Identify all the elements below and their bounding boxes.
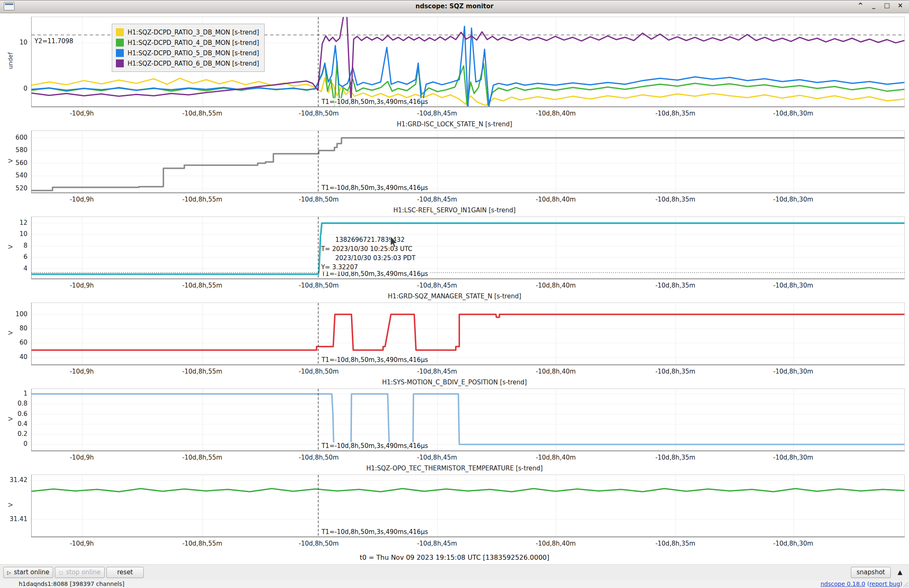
x-tick-label: -10d,8h,40m [523, 540, 589, 547]
legend-row: H1:SQZ-DCPD_RATIO_3_DB_MON [s-trend] [116, 27, 259, 37]
x-tick-label: -10d,8h,30m [760, 282, 826, 289]
x-tick-label: -10d,8h,45m [404, 282, 470, 289]
cursor-readout-line: T= 2023/10/30 10:25:03 UTC [321, 244, 414, 253]
plot-area[interactable]: T1=-10d,8h,50m,3s,490ms,416µsY2=11.7098H… [31, 17, 905, 107]
x-tick-label: -10d,8h,40m [523, 368, 589, 375]
x-tick-label: -10d,8h,35m [642, 196, 709, 203]
plot-canvas [32, 217, 904, 278]
x-tick-label: -10d,8h,35m [642, 368, 709, 375]
x-tick-label: -10d,8h,35m [642, 282, 709, 289]
start-online-label: start online [14, 567, 49, 578]
panel-bdiv-position: H1:SYS-MOTION_C_BDIV_E_POSITION [s-trend… [0, 378, 909, 464]
plot-canvas [32, 131, 904, 192]
y-tick-label: 100 [1, 310, 27, 318]
cursor-readout-annotation: 1382696721.7839432T= 2023/10/30 10:25:03… [321, 235, 417, 272]
x-tick-label: -10d,9h [49, 110, 115, 117]
stop-online-button[interactable]: ◻ stop online [55, 567, 105, 578]
y-tick-label: 6 [1, 253, 27, 261]
snapshot-label: snapshot [857, 567, 885, 578]
status-bar: h1daqnds1:8088 [398397 channels] ndscope… [0, 580, 909, 588]
mouse-pointer-icon [389, 236, 398, 248]
y-tick-label: 8 [1, 242, 27, 249]
y-tick-label: 600 [1, 134, 27, 141]
y-tick-label: 80 [1, 325, 27, 332]
window-title: ndscope: SQZ monitor [0, 2, 909, 10]
cursor-time-label: T1=-10d,8h,50m,3s,490ms,416µs [320, 356, 429, 364]
x-tick-label: -10d,8h,55m [169, 540, 236, 547]
legend-row: H1:SQZ-DCPD_RATIO_5_DB_MON [s-trend] [116, 48, 259, 58]
x-tick-label: -10d,8h,35m [642, 540, 709, 547]
x-tick-label: -10d,8h,50m [285, 454, 352, 461]
plot-title: H1:SQZ-OPO_TEC_THERMISTOR_TEMPERATURE [s… [0, 465, 909, 472]
x-tick-label: -10d,8h,40m [523, 454, 589, 461]
plot-area[interactable]: T1=-10d,8h,50m,3s,490ms,416µs [31, 389, 905, 451]
panel-opo-thermistor-temp: H1:SQZ-OPO_TEC_THERMISTOR_TEMPERATURE [s… [0, 464, 909, 550]
y-tick-label: 0 [1, 440, 27, 448]
x-tick-label: -10d,8h,50m [285, 196, 352, 203]
cursor-readout-line: Y= 3.32207 [321, 263, 360, 272]
y2-cursor-label: Y2=11.7098 [34, 37, 74, 45]
series-line-cyan [32, 223, 904, 274]
ndscope-window: { "window": { "title": "ndscope: SQZ mon… [0, 0, 909, 588]
legend-row: H1:SQZ-DCPD_RATIO_6_DB_MON [s-trend] [116, 58, 259, 69]
legend-row: H1:SQZ-DCPD_RATIO_4_DB_MON [s-trend] [116, 37, 259, 48]
x-tick-label: -10d,8h,55m [169, 196, 236, 203]
x-tick-label: -10d,8h,50m [285, 110, 352, 117]
start-online-button[interactable]: ▷ start online [3, 567, 53, 578]
panel-isc-lock-state: H1:GRD-ISC_LOCK_STATE_N [s-trend] V T1=-… [0, 120, 909, 206]
plot-title: H1:LSC-REFL_SERVO_IN1GAIN [s-trend] [0, 207, 909, 214]
plot-title: H1:SYS-MOTION_C_BDIV_E_POSITION [s-trend… [0, 379, 909, 386]
x-tick-label: -10d,8h,45m [404, 454, 470, 461]
y-tick-label: 520 [1, 185, 27, 192]
plot-area[interactable]: T1=-10d,8h,50m,3s,490ms,416µs [31, 303, 905, 365]
plot-area[interactable]: T1=-10d,8h,50m,3s,490ms,416µs [31, 475, 905, 537]
panel-sqz-manager-state: H1:GRD-SQZ_MANAGER_STATE_N [s-trend] V T… [0, 292, 909, 378]
collapse-toolbar-icon[interactable]: ▲ [897, 568, 902, 576]
plot-area[interactable]: T1=-10d,8h,50m,3s,490ms,416µs [31, 130, 905, 193]
y-tick-label: 0 [1, 85, 27, 92]
y-tick-label: 540 [1, 172, 27, 179]
reset-button[interactable]: reset [106, 567, 144, 578]
y-tick-label: 0.2 [1, 430, 27, 438]
cursor-time-label: T1=-10d,8h,50m,3s,490ms,416µs [320, 184, 429, 192]
y-tick-label: 40 [1, 353, 27, 361]
plot-title: H1:GRD-SQZ_MANAGER_STATE_N [s-trend] [0, 293, 909, 300]
x-tick-label: -10d,8h,40m [523, 282, 589, 289]
close-window-icon[interactable]: × [897, 2, 904, 9]
cursor-time-label: T1=-10d,8h,50m,3s,490ms,416µs [320, 442, 429, 450]
cursor-time-label: T1=-10d,8h,50m,3s,490ms,416µs [320, 98, 429, 106]
y-tick-label: 560 [1, 159, 27, 167]
legend-channel-label: H1:SQZ-DCPD_RATIO_5_DB_MON [s-trend] [128, 49, 259, 57]
plot-legend: H1:SQZ-DCPD_RATIO_3_DB_MON [s-trend]H1:S… [112, 24, 265, 72]
minimize-window-icon[interactable]: _ [870, 2, 877, 9]
x-tick-label: -10d,8h,40m [523, 196, 589, 203]
x-tick-label: -10d,8h,30m [760, 454, 826, 461]
panel-refl-servo-gain: H1:LSC-REFL_SERVO_IN1GAIN [s-trend] V T1… [0, 206, 909, 292]
legend-swatch-yellow [116, 28, 124, 36]
x-tick-label: -10d,8h,40m [523, 110, 589, 117]
bug-link-close-paren: ) [900, 581, 902, 587]
maximize-window-icon[interactable]: □ [883, 2, 891, 9]
y-tick-label: 12 [1, 219, 27, 226]
y-tick-label: 10 [1, 39, 27, 46]
toolbar: ▷ start online ◻ stop online reset snaps… [0, 564, 909, 581]
x-tick-label: -10d,8h,45m [404, 368, 470, 375]
stop-online-label: stop online [66, 567, 101, 578]
legend-swatch-blue [116, 49, 124, 57]
resize-grip[interactable] [903, 582, 908, 587]
panel-dcpd-ratio-mon: undef T1=-10d,8h,50m,3s,490ms,416µsY2=11… [0, 14, 909, 119]
cursor-readout-line: 2023/10/30 03:25:03 PDT [321, 253, 417, 263]
snapshot-button[interactable]: snapshot [851, 567, 891, 578]
x-tick-label: -10d,8h,35m [642, 454, 709, 461]
x-tick-label: -10d,8h,55m [169, 282, 236, 289]
x-tick-label: -10d,9h [49, 454, 115, 461]
x-tick-label: -10d,8h,55m [169, 454, 236, 461]
y-tick-label: 580 [1, 146, 27, 154]
plot-area[interactable]: T1=-10d,8h,50m,3s,490ms,416µs1382696721.… [31, 217, 905, 279]
series-line-lightblue [32, 394, 904, 444]
x-tick-label: -10d,9h [49, 368, 115, 375]
ndscope-version-link[interactable]: ndscope 0.18.0 [821, 581, 865, 587]
report-bug-link[interactable]: report bug [870, 581, 900, 587]
series-line-green2 [32, 489, 904, 492]
shade-window-icon[interactable]: ^ [857, 2, 864, 9]
